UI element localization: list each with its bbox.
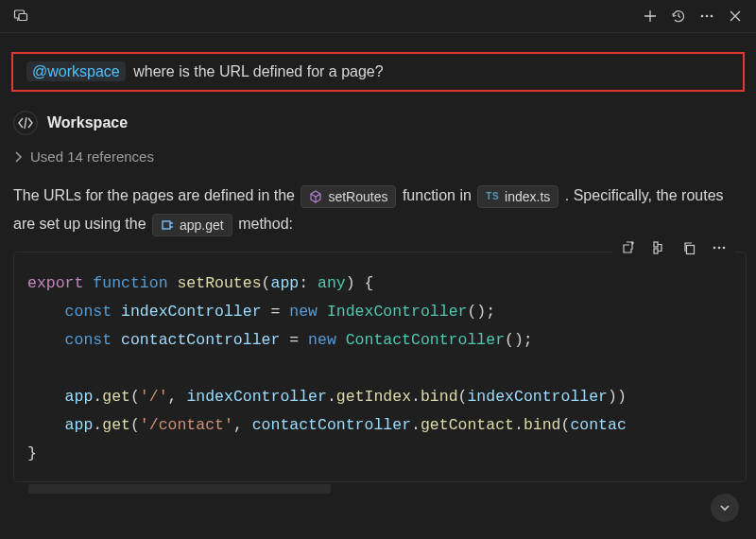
svg-rect-8 <box>686 245 694 253</box>
agent-header: Workspace <box>13 111 743 135</box>
agent-name: Workspace <box>47 114 128 131</box>
comment-icon[interactable] <box>8 3 34 29</box>
symbol-chip-setroutes[interactable]: setRoutes <box>301 185 396 208</box>
code-more-button[interactable] <box>705 235 733 261</box>
chip-label: index.ts <box>505 183 550 211</box>
chevron-down-icon <box>718 501 731 514</box>
package-icon <box>309 190 322 203</box>
code-toolbar <box>612 233 735 263</box>
code-icon <box>13 111 38 135</box>
new-chat-button[interactable] <box>637 3 663 29</box>
symbol-icon <box>161 219 174 231</box>
copy-button[interactable] <box>675 235 703 261</box>
svg-rect-6 <box>654 242 658 247</box>
svg-point-4 <box>711 15 713 18</box>
code-content[interactable]: export function setRoutes(app: any) { co… <box>13 252 747 482</box>
chip-label: setRoutes <box>328 183 387 211</box>
svg-point-2 <box>701 15 704 18</box>
symbol-chip-appget[interactable]: app.get <box>152 214 232 236</box>
answer-fragment: The URLs for the pages are defined in th… <box>13 187 295 203</box>
svg-point-3 <box>706 15 709 18</box>
svg-point-9 <box>713 247 716 250</box>
more-button[interactable] <box>694 3 720 29</box>
insert-into-file-button[interactable] <box>644 235 673 261</box>
close-button[interactable] <box>722 3 748 29</box>
references-label: Used 14 references <box>30 148 154 165</box>
scroll-down-button[interactable] <box>711 494 739 522</box>
chip-label: app.get <box>180 211 224 239</box>
chevron-right-icon <box>13 150 23 164</box>
answer-text: The URLs for the pages are defined in th… <box>13 182 743 238</box>
code-block: export function setRoutes(app: any) { co… <box>13 252 747 494</box>
chat-panel-header <box>0 0 756 33</box>
insert-at-cursor-button[interactable] <box>614 235 643 261</box>
answer-fragment: method: <box>238 216 293 232</box>
svg-point-11 <box>723 247 726 250</box>
svg-rect-5 <box>163 221 170 229</box>
workspace-mention[interactable]: @workspace <box>26 61 126 81</box>
svg-rect-1 <box>19 14 27 21</box>
user-message-highlight: @workspace where is the URL defined for … <box>11 52 745 92</box>
typescript-icon: TS <box>486 183 499 211</box>
answer-fragment: function in <box>403 187 472 203</box>
file-chip-indexts[interactable]: TS index.ts <box>477 185 558 208</box>
history-button[interactable] <box>665 3 692 29</box>
references-toggle[interactable]: Used 14 references <box>13 148 743 165</box>
svg-point-10 <box>718 247 721 250</box>
user-question-text: where is the URL defined for a page? <box>133 63 383 79</box>
horizontal-scrollbar[interactable] <box>28 484 331 494</box>
svg-rect-7 <box>654 249 658 253</box>
